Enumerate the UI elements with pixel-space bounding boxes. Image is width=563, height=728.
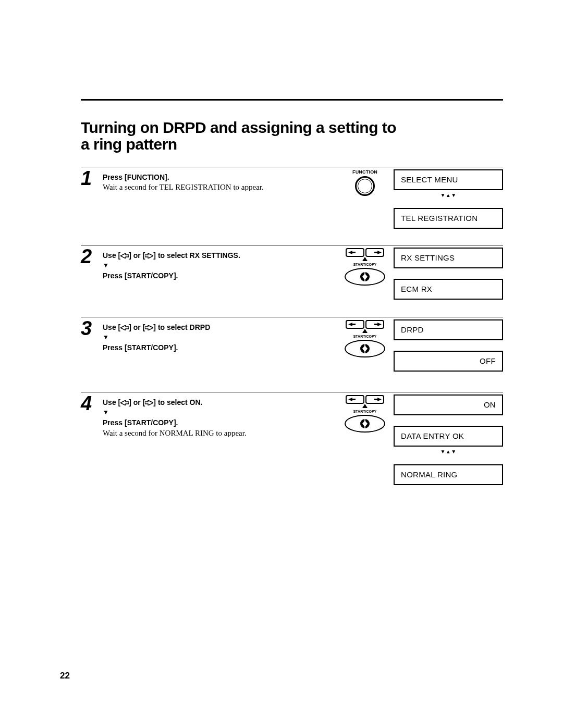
- right-arrow-icon: [145, 400, 153, 405]
- down-triangle-icon: ▼: [103, 409, 109, 416]
- display-group: DRPD OFF: [394, 319, 503, 392]
- left-arrow-icon: [120, 400, 129, 405]
- step-instruction-2: Press [START/COPY].: [103, 270, 331, 281]
- display-group: RX SETTINGS ECM RX: [394, 248, 503, 317]
- step-number: 1: [81, 168, 103, 245]
- down-triangle-icon: [362, 257, 368, 261]
- step-body: Use [] or [] to select RX SETTINGS. ▼ Pr…: [103, 248, 336, 317]
- step-4: 4 Use [] or [] to select ON. ▼ Press [ST…: [81, 392, 503, 507]
- button-cluster: FUNCTION: [336, 169, 394, 245]
- step-instruction-2: Press [START/COPY].: [103, 342, 331, 353]
- button-cluster: START/COPY: [336, 248, 394, 317]
- steps-list: 1 Press [FUNCTION]. Wait a second for TE…: [81, 167, 503, 507]
- lcd-display: RX SETTINGS: [394, 248, 503, 268]
- step-number: 3: [81, 318, 103, 392]
- right-arrow-icon: [145, 253, 153, 258]
- top-rule: [81, 99, 503, 101]
- step-extra: Wait a second for TEL REGISTRATION to ap…: [103, 183, 331, 192]
- step-body: Use [] or [] to select DRPD ▼ Press [STA…: [103, 319, 336, 392]
- page-title: Turning on DRPD and assigning a setting …: [81, 119, 399, 153]
- step-number: 4: [81, 393, 103, 507]
- manual-page: Turning on DRPD and assigning a setting …: [0, 0, 563, 728]
- lcd-display: DRPD: [394, 319, 503, 340]
- arrows-start-button-icon: START/COPY: [339, 319, 391, 359]
- arrows-start-button-icon: START/COPY: [339, 248, 391, 287]
- button-cluster: START/COPY: [336, 394, 394, 507]
- step-3: 3 Use [] or [] to select DRPD ▼ Press [S…: [81, 317, 503, 392]
- lcd-display: ECM RX: [394, 279, 503, 300]
- step-1: 1 Press [FUNCTION]. Wait a second for TE…: [81, 167, 503, 245]
- lcd-display: TEL REGISTRATION: [394, 208, 503, 229]
- lcd-display: OFF: [394, 351, 503, 372]
- step-2: 2 Use [] or [] to select RX SETTINGS. ▼ …: [81, 245, 503, 317]
- page-number: 22: [60, 671, 70, 681]
- lcd-display: ON: [394, 394, 503, 415]
- left-arrow-icon: [120, 325, 129, 330]
- down-triangle-icon: ▼: [103, 262, 109, 269]
- step-instruction-1: Use [] or [] to select RX SETTINGS.: [103, 250, 331, 261]
- svg-text:START/COPY: START/COPY: [353, 263, 377, 266]
- down-triangle-icon: ▼: [103, 334, 109, 341]
- step-instruction-1: Press [FUNCTION].: [103, 171, 331, 183]
- step-instruction-1: Use [] or [] to select ON.: [103, 397, 331, 408]
- svg-text:START/COPY: START/COPY: [353, 410, 377, 413]
- right-arrow-icon: [145, 325, 153, 330]
- svg-text:START/COPY: START/COPY: [353, 335, 377, 338]
- lcd-display: DATA ENTRY OK: [394, 426, 503, 447]
- svg-marker-7: [362, 329, 368, 333]
- svg-marker-14: [362, 404, 368, 408]
- lcd-display: NORMAL RING: [394, 464, 503, 485]
- step-instruction-1: Use [] or [] to select DRPD: [103, 322, 331, 333]
- transition-icon: ▼▲▼: [394, 190, 503, 201]
- button-cluster: START/COPY: [336, 319, 394, 392]
- lcd-display: SELECT MENU: [394, 169, 503, 190]
- step-body: Press [FUNCTION]. Wait a second for TEL …: [103, 169, 336, 245]
- step-number: 2: [81, 246, 103, 317]
- arrows-start-button-icon: START/COPY: [339, 394, 391, 434]
- left-arrow-icon: [120, 253, 129, 258]
- step-body: Use [] or [] to select ON. ▼ Press [STAR…: [103, 394, 336, 507]
- step-instruction-2: Press [START/COPY].: [103, 417, 331, 428]
- display-group: SELECT MENU ▼▲▼ TEL REGISTRATION: [394, 169, 503, 245]
- display-group: ON DATA ENTRY OK ▼▲▼ NORMAL RING: [394, 394, 503, 507]
- step-extra: Wait a second for NORMAL RING to appear.: [103, 429, 331, 438]
- circle-icon: [355, 176, 375, 196]
- function-button-icon: FUNCTION: [349, 169, 381, 196]
- transition-icon: ▼▲▼: [394, 447, 503, 457]
